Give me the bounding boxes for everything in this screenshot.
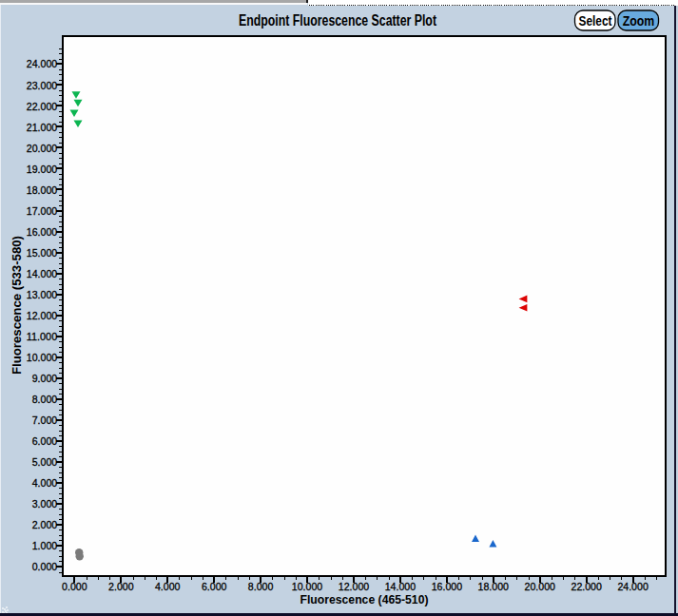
- svg-text:23.000: 23.000: [27, 80, 57, 91]
- svg-text:Select: Select: [579, 12, 612, 29]
- svg-text:17.000: 17.000: [27, 205, 57, 217]
- svg-text:16.000: 16.000: [27, 226, 57, 238]
- svg-text:9.000: 9.000: [32, 373, 58, 384]
- svg-text:21.000: 21.000: [27, 122, 57, 133]
- svg-text:1.000: 1.000: [32, 540, 58, 551]
- svg-text:2.000: 2.000: [32, 519, 58, 530]
- svg-text:18.000: 18.000: [27, 184, 57, 196]
- svg-text:24.000: 24.000: [27, 58, 57, 69]
- svg-text:14.000: 14.000: [27, 268, 57, 279]
- svg-text:2.000: 2.000: [108, 581, 134, 592]
- svg-text:8.000: 8.000: [248, 581, 274, 592]
- svg-text:6.000: 6.000: [32, 435, 58, 447]
- svg-text:8.000: 8.000: [32, 394, 58, 405]
- svg-text:19.000: 19.000: [27, 164, 57, 175]
- svg-text:10.000: 10.000: [27, 352, 57, 363]
- svg-text:24.000: 24.000: [617, 581, 648, 592]
- svg-text:0.000: 0.000: [62, 581, 87, 592]
- svg-text:0.000: 0.000: [32, 561, 58, 572]
- svg-text:Fluorescence (465-510): Fluorescence (465-510): [300, 592, 429, 606]
- svg-text:4.000: 4.000: [155, 581, 181, 592]
- svg-text:Fluorescence (533-580): Fluorescence (533-580): [10, 236, 24, 375]
- svg-text:10.000: 10.000: [292, 581, 322, 592]
- svg-text:15.000: 15.000: [27, 247, 57, 259]
- svg-text:5.000: 5.000: [32, 456, 58, 468]
- svg-text:16.000: 16.000: [432, 581, 462, 592]
- svg-text:12.000: 12.000: [339, 581, 369, 592]
- svg-text:14.000: 14.000: [385, 581, 416, 592]
- svg-text:4.000: 4.000: [32, 477, 58, 489]
- svg-text:13.000: 13.000: [27, 289, 57, 300]
- svg-text:20.000: 20.000: [525, 581, 555, 592]
- svg-text:22.000: 22.000: [571, 581, 602, 592]
- svg-text:6.000: 6.000: [202, 581, 227, 592]
- svg-text:22.000: 22.000: [27, 101, 57, 112]
- svg-text:Zoom: Zoom: [623, 12, 655, 29]
- svg-text:Endpoint Fluorescence Scatter: Endpoint Fluorescence Scatter Plot: [239, 12, 437, 29]
- svg-text:11.000: 11.000: [27, 331, 57, 342]
- svg-text:3.000: 3.000: [32, 498, 58, 510]
- svg-text:18.000: 18.000: [478, 581, 509, 592]
- svg-text:7.000: 7.000: [32, 414, 58, 426]
- svg-text:20.000: 20.000: [27, 143, 57, 154]
- svg-text:12.000: 12.000: [27, 310, 57, 321]
